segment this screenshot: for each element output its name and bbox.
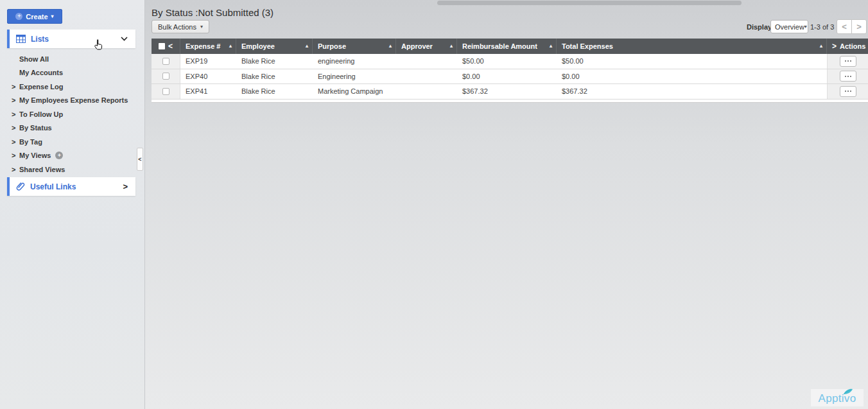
cell-employee: Blake Rice — [236, 84, 313, 99]
row-select-cell — [152, 69, 180, 84]
pagination-range: 1-3 of 3 — [810, 23, 834, 31]
column-header-purpose[interactable]: Purpose ▴ — [313, 39, 396, 54]
table-icon — [16, 35, 26, 43]
sidebar-item-my-employees-expense-reports[interactable]: > My Employees Expense Reports — [0, 94, 135, 108]
chevron-right-icon: > — [12, 83, 15, 91]
row-actions-button[interactable] — [840, 56, 856, 67]
caret-down-icon: ▾ — [200, 24, 203, 30]
column-label: Total Expenses — [562, 42, 613, 50]
sidebar-item-my-views[interactable]: > My Views + — [0, 149, 135, 163]
sidebar-item-show-all[interactable]: Show All — [0, 52, 135, 66]
row-checkbox[interactable] — [162, 88, 169, 95]
cell-reimbursable-amount: $0.00 — [457, 69, 557, 84]
sidebar-item-to-follow-up[interactable]: > To Follow Up — [0, 107, 135, 121]
chevron-right-icon: > — [12, 124, 15, 132]
sort-asc-icon[interactable]: ▴ — [229, 43, 232, 49]
expand-columns-icon[interactable]: > — [832, 42, 837, 51]
sidebar-item-by-status[interactable]: > By Status — [0, 121, 135, 135]
chevron-right-icon: > — [123, 182, 128, 191]
column-header-approver[interactable]: Approver ▴ — [396, 39, 457, 54]
sidebar-collapse-handle[interactable]: < — [137, 148, 143, 171]
link-icon — [16, 182, 25, 191]
select-all-checkbox[interactable] — [159, 43, 165, 49]
sidebar-nav: Show All My Accounts > Expense Log > My … — [0, 52, 135, 177]
column-label: Purpose — [318, 42, 346, 50]
column-label: Employee — [241, 42, 275, 50]
display-label: Display — [747, 23, 772, 31]
page-title: By Status :Not Submitted (3) — [152, 7, 273, 18]
collapse-columns-icon[interactable]: < — [168, 42, 173, 51]
row-checkbox[interactable] — [162, 58, 169, 65]
chevron-left-icon: < — [138, 156, 141, 162]
caret-down-icon: ▾ — [51, 14, 54, 19]
column-header-expense-number[interactable]: Expense # ▴ — [180, 39, 236, 54]
nav-item-label: Show All — [19, 55, 49, 63]
sort-asc-icon[interactable]: ▴ — [306, 43, 308, 49]
sort-asc-icon[interactable]: ▴ — [820, 43, 822, 49]
chevron-right-icon: > — [12, 96, 15, 104]
sidebar-item-shared-views[interactable]: > Shared Views — [0, 162, 135, 177]
sidebar-item-expense-log[interactable]: > Expense Log — [0, 80, 135, 94]
bulk-actions-label: Bulk Actions — [158, 23, 196, 31]
sort-asc-icon[interactable]: ▴ — [550, 43, 552, 49]
previous-page-button[interactable]: < — [837, 19, 852, 34]
lists-label: Lists — [31, 35, 49, 44]
row-actions-cell — [827, 84, 868, 99]
header-select-cell: < — [152, 39, 180, 54]
column-header-employee[interactable]: Employee ▴ — [236, 39, 313, 54]
chevron-down-icon — [121, 37, 128, 41]
pagination: < > — [837, 19, 867, 34]
sidebar-item-lists[interactable]: Lists — [7, 30, 135, 48]
cell-expense-number[interactable]: EXP40 — [180, 69, 236, 84]
cell-approver — [396, 54, 457, 69]
nav-item-label: By Tag — [19, 138, 42, 146]
useful-links-label: Useful Links — [30, 182, 76, 191]
cell-purpose: Marketing Campaign — [313, 84, 396, 99]
column-header-actions: > Actions — [827, 39, 868, 54]
column-header-reimbursable-amount[interactable]: Reimbursable Amount ▴ — [457, 39, 557, 54]
cell-reimbursable-amount: $50.00 — [457, 54, 557, 69]
sidebar-item-by-tag[interactable]: > By Tag — [0, 135, 135, 149]
sort-asc-icon[interactable]: ▴ — [450, 43, 453, 49]
cell-employee: Blake Rice — [236, 69, 313, 84]
table-row[interactable]: EXP41 Blake Rice Marketing Campaign $367… — [152, 84, 868, 100]
column-label: Actions — [840, 42, 865, 50]
cell-purpose: Engineering — [313, 69, 396, 84]
expense-table: < Expense # ▴ Employee ▴ Purpose ▴ Appro… — [152, 39, 868, 103]
cell-purpose: engineering — [313, 54, 396, 69]
cell-expense-number[interactable]: EXP41 — [180, 84, 236, 99]
chevron-right-icon: > — [856, 22, 862, 31]
row-actions-cell — [827, 69, 868, 84]
table-row[interactable]: EXP40 Blake Rice Engineering $0.00 $0.00 — [152, 69, 868, 85]
next-page-button[interactable]: > — [851, 19, 867, 34]
chevron-right-icon: > — [12, 152, 15, 159]
cell-total-expenses: $0.00 — [557, 69, 827, 84]
sidebar-item-my-accounts[interactable]: My Accounts — [0, 66, 135, 80]
row-checkbox[interactable] — [162, 73, 169, 80]
bulk-actions-button[interactable]: Bulk Actions ▾ — [152, 20, 209, 33]
cell-expense-number[interactable]: EXP19 — [180, 54, 236, 69]
horizontal-scrollbar[interactable] — [437, 1, 742, 5]
add-view-icon[interactable]: + — [55, 152, 63, 159]
sort-asc-icon[interactable]: ▴ — [389, 43, 392, 49]
row-select-cell — [152, 84, 180, 99]
cell-total-expenses: $50.00 — [557, 54, 827, 69]
app-screen: + Create ▾ Lists Show All My Accounts — [0, 0, 868, 409]
cell-approver — [396, 69, 457, 84]
chevron-right-icon: > — [12, 110, 15, 118]
leaf-icon — [843, 388, 853, 395]
create-button[interactable]: + Create ▾ — [7, 9, 62, 24]
cell-approver — [396, 84, 457, 99]
display-mode-select[interactable]: Overview ▾ — [770, 20, 808, 33]
display-mode-value: Overview — [775, 23, 804, 31]
row-actions-button[interactable] — [840, 86, 856, 97]
chevron-right-icon: > — [12, 138, 15, 146]
row-actions-button[interactable] — [840, 71, 856, 82]
column-header-total-expenses[interactable]: Total Expenses ▴ — [557, 39, 827, 54]
apptivo-logo: Apptivo — [811, 389, 864, 406]
table-row[interactable]: EXP19 Blake Rice engineering $50.00 $50.… — [152, 54, 868, 69]
table-bottom-strip — [152, 100, 868, 103]
sidebar-item-useful-links[interactable]: Useful Links > — [7, 177, 135, 196]
nav-item-label: Shared Views — [19, 166, 65, 173]
column-label: Expense # — [186, 42, 220, 50]
